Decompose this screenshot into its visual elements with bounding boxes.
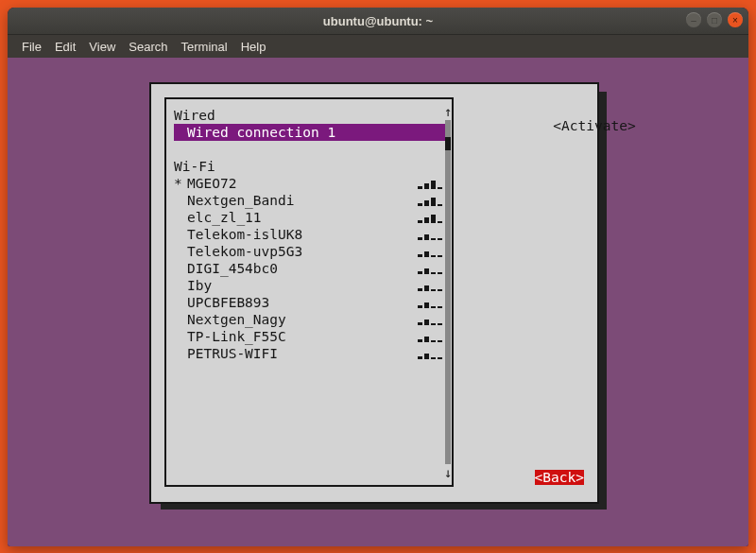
signal-icon [418,263,442,274]
connection-name: PETRUS-WIFI [187,345,278,362]
connection-list-frame: Wired Wired connection 1 Wi-Fi *MGEO72Ne… [164,97,454,487]
window-minimize-button[interactable]: – [686,12,701,27]
connection-name: Nextgen_Bandi [187,192,295,209]
scroll-down-icon[interactable]: ↓ [442,466,454,479]
signal-icon [418,246,442,257]
category-wired-label: Wired [174,107,448,124]
connection-name: UPCBFEB893 [187,294,269,311]
menu-view[interactable]: View [82,40,122,54]
connection-name: DIGI_454bc0 [187,260,278,277]
connected-marker-icon: * [174,175,187,192]
signal-icon [418,229,442,240]
menu-file[interactable]: File [15,40,48,54]
category-wifi-label: Wi-Fi [174,158,448,175]
desktop-background: ubuntu@ubuntu: ~ – □ × File Edit View Se… [0,0,756,553]
wifi-connection-row[interactable]: Iby [174,277,448,294]
signal-icon [418,212,442,223]
nmtui-dialog: Wired Wired connection 1 Wi-Fi *MGEO72Ne… [149,82,599,504]
wifi-connection-row[interactable]: *MGEO72 [174,175,448,192]
signal-icon [418,280,442,291]
scroll-thumb[interactable] [445,137,451,150]
connection-name: MGEO72 [187,175,236,192]
menu-help[interactable]: Help [234,40,273,54]
connection-name: Wired connection 1 [187,124,335,141]
scroll-track[interactable] [445,120,451,464]
menu-search[interactable]: Search [122,40,174,54]
signal-icon [418,297,442,308]
scroll-gutter [445,150,451,464]
connection-name: Nextgen_Nagy [187,311,286,328]
wifi-connection-row[interactable]: UPCBFEB893 [174,294,448,311]
signal-icon [418,195,442,206]
signal-icon [418,178,442,189]
wifi-connection-row[interactable]: Telekom-uvp5G3 [174,243,448,260]
terminal-viewport: Wired Wired connection 1 Wi-Fi *MGEO72Ne… [8,58,748,546]
window-close-button[interactable]: × [728,12,743,27]
wifi-connection-row[interactable]: Nextgen_Bandi [174,192,448,209]
connection-name: Iby [187,277,212,294]
connection-name: Telekom-islUK8 [187,226,302,243]
wifi-connection-row[interactable]: Telekom-islUK8 [174,226,448,243]
wired-connection-row[interactable]: Wired connection 1 [174,124,448,141]
window-titlebar[interactable]: ubuntu@ubuntu: ~ – □ × [8,8,748,35]
wifi-connection-row[interactable]: PETRUS-WIFI [174,345,448,362]
window-title: ubuntu@ubuntu: ~ [8,14,748,28]
wifi-connection-row[interactable]: Nextgen_Nagy [174,311,448,328]
window-maximize-button[interactable]: □ [707,12,722,27]
scroll-up-icon[interactable]: ↑ [442,105,454,118]
connection-name: elc_zl_11 [187,209,262,226]
wifi-connection-row[interactable]: TP-Link_F55C [174,328,448,345]
connection-name: Telekom-uvp5G3 [187,243,302,260]
back-button[interactable]: <Back> [535,470,584,485]
signal-icon [418,314,442,325]
menubar: File Edit View Search Terminal Help [8,35,748,59]
menu-terminal[interactable]: Terminal [175,40,234,54]
signal-icon [418,331,442,342]
scroll-gutter-selected [445,120,451,137]
list-scrollbar[interactable]: ↑ ↓ [442,99,454,485]
activate-button[interactable]: <Activate> [553,118,635,133]
menu-edit[interactable]: Edit [48,40,82,54]
wifi-connection-row[interactable]: elc_zl_11 [174,209,448,226]
connection-name: TP-Link_F55C [187,328,286,345]
signal-icon [418,348,442,359]
wifi-connection-row[interactable]: DIGI_454bc0 [174,260,448,277]
terminal-window: ubuntu@ubuntu: ~ – □ × File Edit View Se… [8,8,748,546]
